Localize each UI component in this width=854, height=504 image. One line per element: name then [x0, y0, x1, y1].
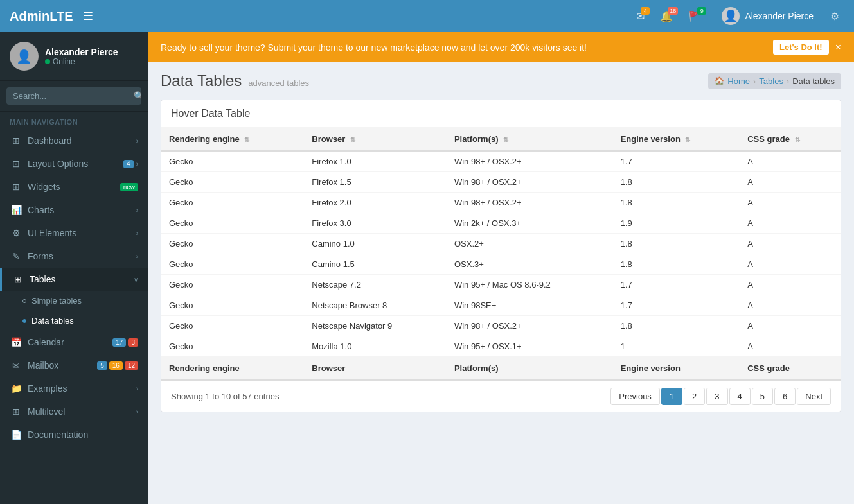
bullet-icon — [22, 319, 26, 323]
cell-version: 1.8 — [613, 193, 740, 213]
app-logo: AdminLTE — [10, 9, 73, 24]
footer-col-browser: Browser — [304, 357, 447, 381]
footer-col-platform: Platform(s) — [447, 357, 613, 381]
next-button[interactable]: Next — [797, 388, 831, 405]
chevron-right-icon: › — [136, 161, 138, 168]
sidebar-item-forms[interactable]: ✎ Forms › — [0, 245, 148, 268]
page-title-wrapper: Data Tables advanced tables — [161, 72, 309, 90]
table-row: Gecko Netscape Browser 8 Win 98SE+ 1.7 A — [161, 295, 841, 316]
sidebar-item-label: Widgets — [28, 182, 120, 192]
cell-version: 1.8 — [613, 234, 740, 254]
cell-version: 1.9 — [613, 213, 740, 234]
cell-version: 1.7 — [613, 295, 740, 316]
mail-button[interactable]: ✉ 4 — [631, 7, 650, 26]
cell-engine: Gecko — [161, 295, 304, 316]
bell-button[interactable]: 🔔 18 — [655, 7, 678, 26]
breadcrumb: 🏠 Home › Tables › Data tables — [708, 73, 841, 89]
cell-platform: Win 98+ / OSX.2+ — [447, 193, 613, 213]
table-footer-row: Rendering engine Browser Platform(s) Eng… — [161, 357, 841, 381]
breadcrumb-tables[interactable]: Tables — [759, 76, 783, 86]
page-5-button[interactable]: 5 — [752, 388, 773, 405]
calendar-icon: 📅 — [10, 337, 22, 347]
table-row: Gecko Mozilla 1.0 Win 95+ / OSX.1+ 1 A — [161, 336, 841, 357]
sidebar-item-label: Dashboard — [28, 135, 136, 146]
search-input[interactable] — [6, 87, 127, 105]
col-css-grade[interactable]: CSS grade ⇅ — [740, 128, 841, 151]
sidebar-item-simple-tables[interactable]: Simple tables — [0, 291, 148, 311]
breadcrumb-separator: › — [787, 76, 789, 86]
footer-col-engine-version: Engine version — [613, 357, 740, 381]
flag-button[interactable]: 🚩 9 — [683, 7, 706, 26]
cell-platform: Win 98+ / OSX.2+ — [447, 151, 613, 172]
page-4-button[interactable]: 4 — [729, 388, 751, 405]
cell-grade: A — [740, 172, 841, 193]
user-menu[interactable]: 👤 Alexander Pierce — [715, 4, 820, 28]
mail-icon: ✉ — [10, 360, 22, 370]
username-label: Alexander Pierce — [745, 11, 814, 21]
sidebar-item-examples[interactable]: 📁 Examples › — [0, 377, 148, 400]
col-browser[interactable]: Browser ⇅ — [304, 128, 447, 151]
folder-icon: 📁 — [10, 383, 22, 394]
user-status: Online — [45, 57, 118, 66]
sidebar-subitem-label: Data tables — [31, 316, 74, 326]
sidebar-item-label: Tables — [30, 274, 134, 284]
page-2-button[interactable]: 2 — [684, 388, 705, 405]
page-3-button[interactable]: 3 — [706, 388, 727, 405]
sidebar-item-label: Examples — [28, 383, 136, 394]
sidebar-item-label: Charts — [28, 205, 136, 215]
sidebar-item-dashboard[interactable]: ⊞ Dashboard › — [0, 129, 148, 152]
cell-browser: Netscape 7.2 — [304, 275, 447, 295]
sidebar-item-documentation[interactable]: 📄 Documentation — [0, 423, 148, 446]
doc-icon: 📄 — [10, 430, 22, 440]
previous-button[interactable]: Previous — [610, 388, 660, 405]
sidebar-toggle-button[interactable]: ☰ — [83, 9, 93, 23]
breadcrumb-separator: › — [753, 76, 756, 86]
sort-icon: ⇅ — [350, 136, 355, 143]
cell-engine: Gecko — [161, 234, 304, 254]
cell-version: 1.8 — [613, 172, 740, 193]
mailbox-badge-2: 16 — [109, 361, 123, 370]
user-panel: 👤 Alexander Pierce Online — [0, 32, 148, 81]
alert-message: Ready to sell your theme? Submit your th… — [161, 42, 767, 53]
sidebar-item-mailbox[interactable]: ✉ Mailbox 5 16 12 — [0, 354, 148, 377]
sidebar-item-charts[interactable]: 📊 Charts › — [0, 198, 148, 222]
breadcrumb-home[interactable]: Home — [727, 76, 750, 86]
cell-platform: OSX.3+ — [447, 254, 613, 275]
page-1-button[interactable]: 1 — [661, 388, 682, 405]
table-row: Gecko Firefox 1.0 Win 98+ / OSX.2+ 1.7 A — [161, 151, 841, 172]
sidebar-item-label: Mailbox — [28, 360, 97, 370]
sidebar: 👤 Alexander Pierce Online 🔍 MAIN NAVIGAT… — [0, 32, 148, 504]
cell-browser: Camino 1.5 — [304, 254, 447, 275]
search-box: 🔍 — [0, 81, 148, 112]
chevron-right-icon: › — [136, 137, 138, 144]
sidebar-item-data-tables[interactable]: Data tables — [0, 311, 148, 331]
mailbox-badge-1: 5 — [97, 361, 107, 370]
sidebar-item-calendar[interactable]: 📅 Calendar 17 3 — [0, 331, 148, 354]
page-6-button[interactable]: 6 — [774, 388, 796, 405]
cell-engine: Gecko — [161, 254, 304, 275]
layout-badge: 4 — [123, 160, 134, 168]
nav-section-label: MAIN NAVIGATION — [0, 112, 148, 129]
footer-col-css-grade: CSS grade — [740, 357, 841, 381]
sidebar-item-label: Multilevel — [28, 406, 136, 417]
sidebar-item-layout-options[interactable]: ⊡ Layout Options 4 › — [0, 152, 148, 175]
alert-close-button[interactable]: × — [835, 42, 841, 53]
sidebar-item-label: Forms — [28, 251, 136, 261]
col-engine-version[interactable]: Engine version ⇅ — [613, 128, 740, 151]
cell-engine: Gecko — [161, 172, 304, 193]
sidebar-item-label: Layout Options — [28, 159, 123, 169]
widgets-icon: ⊞ — [10, 182, 22, 192]
col-platform[interactable]: Platform(s) ⇅ — [447, 128, 613, 151]
sort-icon: ⇅ — [795, 136, 800, 143]
sidebar-item-widgets[interactable]: ⊞ Widgets new — [0, 175, 148, 198]
sidebar-item-tables[interactable]: ⊞ Tables ∨ — [0, 268, 148, 291]
search-button[interactable]: 🔍 — [127, 87, 141, 105]
gear-button[interactable]: ⚙ — [825, 7, 844, 26]
breadcrumb-current: Data tables — [792, 76, 835, 86]
alert-action-button[interactable]: Let's Do It! — [773, 40, 829, 55]
sidebar-item-ui-elements[interactable]: ⚙ UI Elements › — [0, 222, 148, 245]
top-navbar: AdminLTE ☰ ✉ 4 🔔 18 🚩 9 👤 Alexander Pier… — [0, 0, 854, 32]
sidebar-item-multilevel[interactable]: ⊞ Multilevel › — [0, 400, 148, 423]
col-rendering-engine[interactable]: Rendering engine ⇅ — [161, 128, 304, 151]
table-row: Gecko Firefox 2.0 Win 98+ / OSX.2+ 1.8 A — [161, 193, 841, 213]
